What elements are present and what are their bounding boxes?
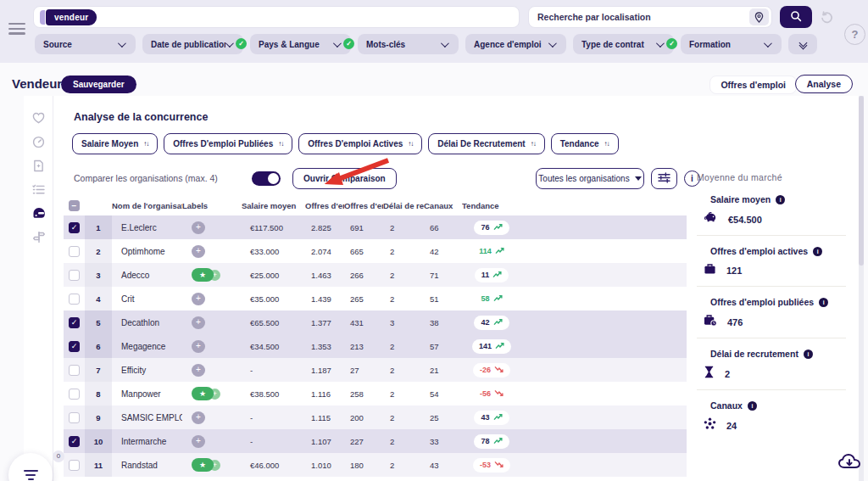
- save-button[interactable]: Sauvegarder: [61, 76, 136, 93]
- info-icon[interactable]: i: [813, 247, 822, 256]
- table-row[interactable]: ✓ 1 E.Leclerc + €117.500 2.825 691 2 66 …: [64, 215, 687, 239]
- table-row[interactable]: ✓ 10 Intermarche + - 1.107 227 2 33 78: [64, 429, 687, 453]
- column-header-1[interactable]: Labels: [182, 201, 242, 210]
- row-checkbox[interactable]: [69, 246, 80, 257]
- gauge-icon: [32, 136, 45, 152]
- row-checkbox[interactable]: ✓: [69, 436, 80, 447]
- table-row[interactable]: 3 Adecco ★+ €25.000 1.463 266 2 71 11: [64, 263, 687, 287]
- sidebar-item-directions[interactable]: [24, 227, 53, 250]
- label-add-badge[interactable]: +: [192, 364, 205, 377]
- cloud-download-icon: [837, 458, 861, 473]
- table-row[interactable]: 4 Crit + €35.000 1.439 265 2 51 58: [64, 287, 687, 310]
- row-checkbox[interactable]: [69, 294, 80, 305]
- trend-badge: -53: [473, 458, 510, 473]
- sort-button-4[interactable]: Tendance ↑↓: [551, 133, 619, 154]
- table-row[interactable]: ✓ 5 Decathlon + €65.500 1.377 431 3 38 4…: [64, 310, 687, 334]
- info-icon[interactable]: i: [819, 298, 828, 307]
- column-header-2[interactable]: Salaire moyen: [242, 201, 305, 210]
- filter-chip-date-de-publication[interactable]: Date de publication ✓: [142, 34, 243, 54]
- cloud-download-button[interactable]: [837, 452, 861, 473]
- filter-chip-formation[interactable]: Formation: [681, 34, 782, 54]
- recruitment-delay-cell: 2: [383, 389, 424, 399]
- menu-icon[interactable]: [8, 23, 25, 35]
- label-add-badge[interactable]: +: [192, 245, 205, 258]
- compare-toggle[interactable]: [252, 171, 281, 186]
- sidebar-item-documents[interactable]: [24, 155, 53, 179]
- reset-search-icon[interactable]: [820, 10, 835, 25]
- filter-chip-mots-cles[interactable]: Mots-clés: [358, 34, 459, 54]
- sidebar-item-favorites[interactable]: [24, 108, 53, 131]
- location-input[interactable]: [529, 12, 749, 22]
- select-all-checkbox[interactable]: −: [69, 200, 80, 211]
- help-button[interactable]: ?: [844, 24, 865, 45]
- trend-up-icon: [495, 247, 504, 256]
- column-header-0[interactable]: Nom de l'organisation: [112, 201, 182, 210]
- sidebar-item-competition[interactable]: [24, 203, 53, 227]
- organisation-filter-select[interactable]: Toutes les organisations: [536, 168, 644, 189]
- sidebar-item-dashboard[interactable]: [24, 131, 53, 155]
- more-filters-button[interactable]: [788, 34, 817, 54]
- label-add-badge[interactable]: +: [192, 293, 205, 305]
- row-checkbox[interactable]: [69, 365, 80, 376]
- filter-chip-agence-emploi[interactable]: Agence d'emploi: [465, 34, 566, 54]
- job-search-input[interactable]: vendeur: [33, 6, 520, 28]
- column-header-7[interactable]: Tendance: [462, 201, 521, 210]
- label-add-badge[interactable]: +: [192, 316, 205, 329]
- row-checkbox[interactable]: ✓: [69, 222, 80, 233]
- column-header-6[interactable]: Canaux: [424, 201, 462, 210]
- organisation-name: Randstad: [112, 461, 182, 470]
- trend-down-icon: [494, 461, 504, 470]
- location-pin-icon[interactable]: [749, 8, 769, 25]
- filter-chip-source[interactable]: Source: [35, 34, 136, 54]
- open-comparison-button[interactable]: Ouvrir Comparaison: [292, 168, 397, 189]
- row-checkbox[interactable]: ✓: [69, 341, 80, 352]
- trend-down-icon: [494, 389, 504, 399]
- chip-handle: [40, 10, 45, 25]
- label-star-badge[interactable]: ★+: [192, 387, 220, 400]
- label-add-badge[interactable]: +: [192, 411, 205, 424]
- analyse-tab[interactable]: Analyse: [795, 75, 853, 93]
- rank-cell: 9: [85, 405, 112, 429]
- info-icon[interactable]: i: [776, 195, 785, 204]
- title-row: Vendeur Sauvegarder Offres d'emploi Anal…: [0, 75, 868, 96]
- row-checkbox[interactable]: [69, 460, 80, 471]
- sort-button-0[interactable]: Salaire Moyen ↑↓: [72, 133, 158, 154]
- filter-chip-type-de-contrat[interactable]: Type de contrat ✓: [573, 34, 674, 54]
- info-icon[interactable]: i: [748, 401, 757, 411]
- sidebar-item-lists[interactable]: [24, 179, 53, 203]
- label-add-badge[interactable]: +: [192, 221, 205, 234]
- filter-chip-pays-langue[interactable]: Pays & Langue ✓: [250, 34, 351, 54]
- table-row[interactable]: 9 SAMSIC EMPLOI + - 1.115 200 2 25 43: [64, 405, 687, 429]
- row-checkbox[interactable]: [69, 270, 80, 281]
- search-term-chip[interactable]: vendeur: [40, 9, 97, 25]
- table-row[interactable]: ✓ 6 Megagence + €34.500 1.353 213 2 57 1…: [64, 334, 687, 358]
- sort-button-1[interactable]: Offres D'emploi Publiées ↑↓: [164, 133, 292, 154]
- sort-button-3[interactable]: Délai De Recrutement ↑↓: [428, 133, 544, 154]
- label-add-badge[interactable]: +: [192, 435, 205, 448]
- row-checkbox[interactable]: [69, 412, 80, 423]
- label-star-badge[interactable]: ★+: [192, 268, 220, 282]
- table-row[interactable]: 2 Optimhome + €33.000 2.074 665 2 42 114: [64, 239, 687, 263]
- scrollbar-thumb[interactable]: [859, 96, 864, 266]
- info-icon[interactable]: i: [804, 350, 813, 359]
- column-header-5[interactable]: Délai de recrut...: [383, 201, 424, 210]
- column-settings-button[interactable]: [651, 168, 677, 189]
- rank-cell: 5: [85, 310, 112, 334]
- label-add-badge[interactable]: +: [192, 340, 205, 353]
- label-star-badge[interactable]: ★+: [192, 458, 220, 472]
- sort-button-2[interactable]: Offres D'emploi Actives ↑↓: [298, 133, 422, 154]
- search-button[interactable]: [780, 6, 812, 28]
- vertical-scrollbar[interactable]: [859, 96, 864, 481]
- sort-buttons-row: Salaire Moyen ↑↓ Offres D'emploi Publiée…: [72, 133, 619, 154]
- column-header-3[interactable]: Offres d'emploi...: [305, 201, 344, 210]
- hourglass-icon: [704, 366, 715, 382]
- column-header-4[interactable]: Offres d'emploi...: [344, 201, 383, 210]
- table-row[interactable]: 11 Randstad ★+ €46.000 1.010 180 2 43 -5…: [64, 453, 687, 477]
- chevron-down-icon: [225, 39, 234, 48]
- table-row[interactable]: 7 Efficity + - 1.187 27 2 21 -26: [64, 358, 687, 382]
- active-offers-cell: 431: [344, 318, 383, 327]
- row-checkbox[interactable]: [69, 389, 80, 400]
- table-row[interactable]: 8 Manpower ★+ €38.500 1.116 258 2 54 -56: [64, 382, 687, 405]
- row-checkbox[interactable]: ✓: [69, 317, 80, 328]
- job-offers-tab[interactable]: Offres d'emploi: [709, 76, 797, 94]
